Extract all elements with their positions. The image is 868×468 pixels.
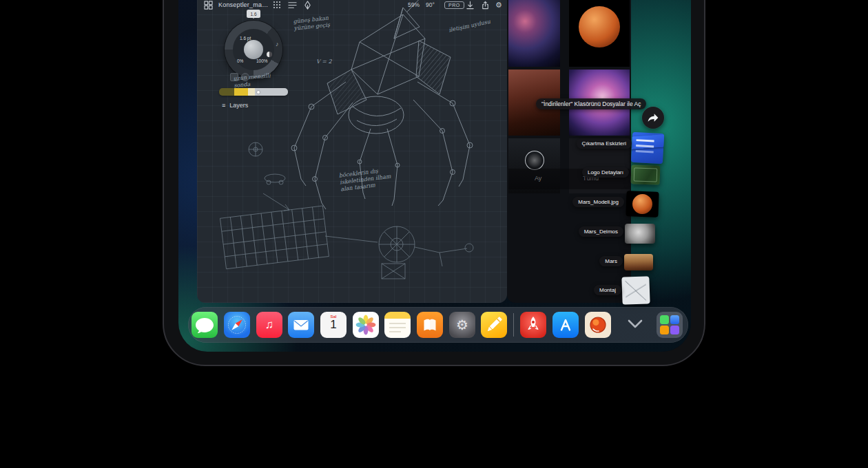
dock-icon-app-store[interactable] [552,312,579,338]
dock-icon-pencil-yellow[interactable] [481,312,507,338]
wheel-knob[interactable] [244,40,263,59]
share-forward-button[interactable] [642,107,664,129]
annotation-velocity: V = 2 [316,58,332,65]
layers-label: Layers [229,102,248,109]
swatch-slider[interactable] [255,88,288,96]
folder-mini-icons [657,312,683,338]
orange-disc-icon [585,312,611,338]
dock-icon-rocket[interactable] [520,312,546,338]
notes-lines-icon [384,312,411,338]
pencil-icon [481,312,507,338]
list-icon[interactable] [288,0,297,10]
download-icon[interactable] [466,0,475,10]
rocket-icon [520,312,546,338]
dock: ♫ Sal 1 [188,307,688,343]
thumbnail-nebula[interactable] [508,0,560,67]
drag-thumb-montage[interactable] [621,276,650,304]
opacity-max-label: 100% [256,58,268,63]
dock-icon-settings[interactable]: ⚙ [449,312,475,338]
file-label-logo: Logo Detayları [582,167,629,178]
mini-icon-blue [670,315,679,324]
brush-size-flag[interactable]: 1.6 [247,10,260,18]
mini-icon-orange [660,326,669,334]
album-moon-label[interactable]: Ay [535,175,541,182]
drag-thumb-mars-model[interactable] [626,191,659,217]
messages-bubble-icon [192,312,218,338]
desktop-background: Konseptler_ma… 59% 90° PRO [0,0,868,468]
music-note-glyph: ♫ [256,312,282,338]
settings-gear-glyph: ⚙ [449,312,475,338]
safari-compass-icon [224,312,250,338]
dock-icon-notes[interactable] [384,312,411,338]
swatch-olive[interactable] [219,88,234,96]
dots-grid-icon[interactable] [273,0,281,10]
dock-chevron-down-icon[interactable] [625,312,645,338]
file-label-montage: Montaj [594,285,621,295]
ipad-screen: Konseptler_ma… 59% 90° PRO [178,0,691,352]
dock-icon-messages[interactable] [192,312,218,338]
photos-flower-icon [353,312,379,338]
drag-thumb-deimos[interactable] [625,224,655,244]
opacity-min-label: 0% [237,58,243,63]
file-label-mars: Mars [599,256,623,266]
dock-icon-books[interactable] [417,312,443,338]
dock-divider [513,313,514,337]
books-open-book-icon [417,312,443,338]
dock-icon-safari[interactable] [224,312,250,338]
ipad-device: Konseptler_ma… 59% 90° PRO [163,0,705,366]
dock-icon-mail[interactable] [288,312,314,338]
app-store-a-icon [552,312,579,338]
swatch-pale[interactable] [248,88,255,96]
brush-tool-wheel[interactable] [225,21,282,78]
calendar-day: 1 [320,319,347,332]
music-note-icon: ♪ [276,41,279,47]
pro-badge[interactable]: PRO [444,0,464,10]
mail-envelope-icon [288,312,314,338]
layers-icon: ≡ [222,102,225,109]
dock-icon-orange-disc[interactable] [585,312,611,338]
layers-button[interactable]: ≡ Layers [222,102,248,109]
open-in-files-banner: "İndirilenler" Klasörünü Dosyalar ile Aç [536,98,646,109]
swatch-yellow[interactable] [234,88,248,96]
contrast-icon[interactable] [267,52,272,57]
dock-icon-calendar[interactable]: Sal 1 [320,312,347,338]
mini-icon-green [660,315,669,324]
settings-gear-icon[interactable]: ⚙ [495,0,502,10]
color-swatch-bar[interactable] [219,88,288,96]
drag-thumb-stickers[interactable] [631,132,664,164]
thumbnail-mars-planet[interactable] [569,0,630,67]
zoom-level[interactable]: 59% [408,0,420,10]
dock-app-folder[interactable] [657,312,683,338]
chevron-down-glyph [625,312,645,337]
app-menu-icon[interactable] [204,0,213,10]
drag-thumb-mars-terrain[interactable] [624,254,653,270]
dock-icon-photos[interactable] [353,312,379,338]
file-label-deimos: Mars_Deimos [579,226,623,237]
file-label-mars-model: Mars_Modeli.jpg [572,197,624,207]
file-label-stickers: Çıkartma Eskizleri [577,138,632,149]
forward-arrow-icon [647,112,659,123]
canvas-angle[interactable]: 90° [426,0,435,10]
pen-nib-icon[interactable] [303,0,312,10]
slider-dot [257,91,260,94]
concepts-window: Konseptler_ma… 59% 90° PRO [197,0,507,303]
brush-size-label: 1.6 pt [240,36,251,41]
drag-thumb-logo[interactable] [631,164,661,184]
dock-icon-music[interactable]: ♫ [256,312,282,338]
document-title[interactable]: Konseptler_ma… [218,0,268,10]
share-export-icon[interactable] [481,0,490,10]
mini-icon-purple [670,326,679,334]
